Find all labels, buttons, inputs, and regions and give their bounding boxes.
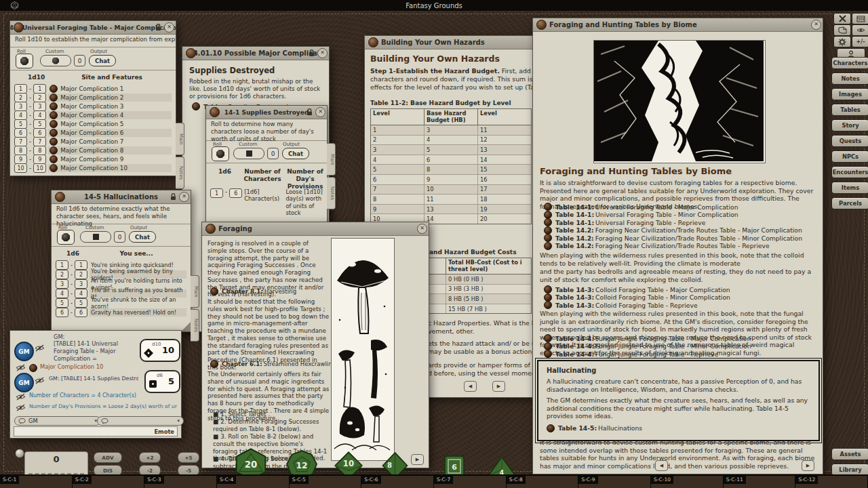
tab-notes[interactable]: Notes [176,157,184,189]
close-icon[interactable]: ✕ [417,224,427,234]
tab-notes[interactable]: Notes [327,177,336,209]
table-link[interactable]: Table 14-1: Universal Foraging Table - R… [544,218,705,226]
hotkey-slot[interactable]: S-C-5 [290,474,362,488]
plus2-button[interactable]: +2 [139,452,161,463]
chat-mode-dropdown[interactable]: ▾ [97,416,184,426]
sidebar-item-items[interactable]: Items [831,182,868,194]
custom-die-slot[interactable] [233,148,264,159]
hallucinations-link[interactable]: Table 14-5: Hallucinations [547,424,810,432]
supplies-title-bar[interactable]: 14-1 Supplies Destroyed ✕ [206,106,327,119]
lock-icon[interactable] [307,108,313,116]
plus5-button[interactable]: +5 [178,452,199,463]
table-link[interactable]: Table 14.2: Foraging Near Civilization/T… [544,226,802,235]
close-icon[interactable]: ✕ [811,20,821,30]
callout-p2: The GM determines exactly what the creat… [547,396,810,420]
table-link[interactable]: Table 14.2: Foraging Near Civilization/T… [544,242,770,250]
table-link[interactable]: Table 14-1: Universal Foraging Table - M… [544,211,738,219]
table-link[interactable]: Table 14-4: Fungal Jungle Foraging Table… [544,350,718,358]
table-link[interactable]: Table 14-3: Colloid Foraging Table - Rep… [544,301,698,309]
close-icon[interactable]: ✕ [164,22,174,33]
harvesting-link[interactable]: Chapter 8.1: Harvesting [210,287,296,296]
sidebar-item-encounters[interactable]: Encounters [831,166,868,178]
hotkey-slot[interactable]: S-C-8 [507,474,579,488]
sidebar-item-characters[interactable]: Characters [831,57,868,69]
close-icon[interactable]: ✕ [317,48,328,58]
sidebar-item-story[interactable]: Story [831,119,868,131]
tab-main[interactable]: Main [191,275,199,308]
hotkey-slot[interactable]: S-C-6 [361,474,434,488]
modifiers-icon[interactable]: +/- [852,36,868,47]
modifier-reset-button[interactable] [15,449,24,458]
hotkey-slot[interactable]: S-C-3 [144,474,217,488]
table-link[interactable]: Table 14-4: Fungal Jungle Foraging Table… [544,342,751,350]
record-icon[interactable] [205,224,216,234]
table-link[interactable]: Table 14.2: Foraging Near Civilization/T… [544,234,802,242]
roll-die-button[interactable] [212,146,229,161]
eye-icon[interactable] [852,24,868,36]
output-chat-button[interactable]: Chat [129,231,156,243]
page-next-button[interactable]: ▶ [492,381,505,392]
gear-icon[interactable] [833,36,851,47]
page-next-button[interactable]: ▶ [802,460,814,471]
sidebar-item-quests[interactable]: Quests [831,135,868,147]
halluc-title-bar[interactable]: 14-5 Hallucinations ✕ [52,190,191,204]
custom-die-slot[interactable] [80,231,111,243]
output-chat-button[interactable]: Chat [282,148,309,159]
possible-title-bar[interactable]: 14.01.10 Possible Major Complicati ✕ [182,47,329,60]
custom-count-box[interactable]: 0 [114,231,125,243]
table-link[interactable]: Table 14-3: Colloid Foraging Table - Maj… [544,285,730,293]
custom-count-box[interactable]: 0 [267,148,279,159]
tab-notes[interactable]: Notes [191,309,199,342]
tab-main[interactable]: Main [327,143,336,176]
tab-main[interactable]: Main [176,123,184,155]
universal-title-bar[interactable]: 14-1 Universal Foraging Table - Major Co… [10,21,176,35]
page-prev-button[interactable]: ◀ [464,381,477,392]
table-link[interactable]: Table 14-4: Fungal Jungle Foraging Table… [544,334,751,342]
custom-die-slot[interactable] [40,55,71,66]
chat-identity-dropdown[interactable]: GM ▾ [14,416,101,426]
close-icon[interactable]: ✕ [315,107,326,117]
hotkey-slot[interactable]: S-C-10 [651,474,724,488]
sidebar-item-tables[interactable]: Tables [831,104,868,116]
sidebar-item-notes[interactable]: Notes [831,73,868,85]
hazards-title-bar[interactable]: Building Your Own Hazards [365,36,536,49]
hotkey-slot[interactable]: S-C-2 [73,474,145,488]
hotkey-slot[interactable]: S-C-4 [217,474,290,488]
output-chat-button[interactable]: Chat [89,55,116,66]
record-icon[interactable] [210,107,220,117]
record-icon[interactable] [14,22,24,33]
hotkey-slot[interactable]: S-C-12 [795,474,868,488]
sidebar-item-parcels[interactable]: Parcels [831,197,868,209]
sidebar-item-images[interactable]: Images [831,88,868,100]
record-icon[interactable] [55,192,65,202]
hotkey-slot[interactable]: S-C-11 [724,474,796,488]
custom-count-box[interactable]: 0 [74,55,85,66]
hotkey-slot[interactable]: S-C-9 [578,474,651,488]
lock-icon[interactable] [309,49,315,57]
record-icon[interactable] [186,48,196,58]
record-icon[interactable] [368,37,378,47]
record-icon[interactable] [536,20,547,30]
roll-die-button[interactable] [57,230,75,245]
roll-die-button[interactable] [16,54,33,68]
chat-input[interactable]: Emote [14,426,178,436]
sidebar-item-assets[interactable]: Assets [831,448,868,460]
hotkey-slot[interactable]: S-C-7 [434,474,507,488]
table-link[interactable]: Table 14-3: Colloid Foraging Table - Min… [544,293,730,302]
lock-icon[interactable] [155,24,161,31]
page-prev-button[interactable]: ◀ [655,460,668,471]
table-link[interactable]: Table 14-1: Universal Foraging Table - M… [544,203,738,211]
adv-button[interactable]: ADV [94,452,122,463]
lock-icon[interactable] [170,193,176,201]
foraging-title-bar[interactable]: Foraging ✕ [202,222,429,236]
emote-button[interactable]: Emote [154,428,177,435]
page-next-button[interactable]: ▶ [411,454,424,465]
calendar-icon[interactable] [852,13,868,24]
close-icon[interactable]: ✕ [179,192,189,202]
resize-corner[interactable] [181,322,191,331]
tools-icon[interactable] [833,13,851,24]
biome-title-bar[interactable]: Foraging and Hunting Tables by Biome ✕ [533,18,823,32]
sidebar-item-npcs[interactable]: NPCs [831,150,868,163]
book-icon[interactable] [833,24,851,36]
hotkey-slot[interactable]: S-C-1 [0,474,73,488]
